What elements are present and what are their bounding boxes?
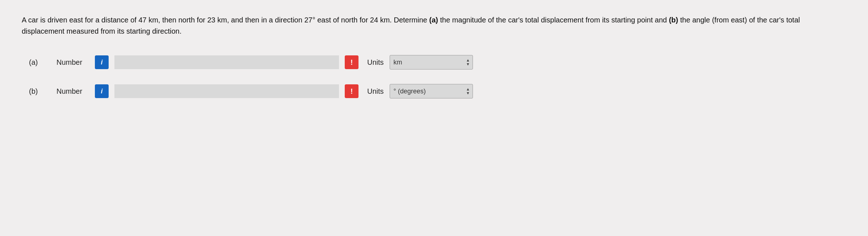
part-b-label: (b) — [29, 87, 51, 96]
part-a-label: (a) — [29, 58, 51, 67]
part-a-number-label: Number — [56, 58, 89, 67]
problem-bold-b: (b) — [669, 16, 678, 24]
part-a-units-label: Units — [367, 58, 384, 67]
part-b-number-input[interactable] — [114, 84, 339, 98]
problem-text-part2: the magnitude of the car's total displac… — [438, 16, 669, 24]
part-b-units-select[interactable]: ° (degrees) rad rev — [390, 84, 473, 98]
problem-statement: A car is driven east for a distance of 4… — [22, 14, 818, 37]
part-b-info-button[interactable]: i — [95, 84, 109, 98]
problem-bold-a: (a) — [429, 16, 438, 24]
part-b-units-wrapper: ° (degrees) rad rev ▲ ▼ — [390, 84, 473, 98]
part-a-number-input[interactable] — [114, 55, 339, 69]
parts-container: (a) Number i ! Units km m cm mm ▲ ▼ (b) … — [22, 55, 846, 98]
part-b-row: (b) Number i ! Units ° (degrees) rad rev… — [29, 84, 846, 98]
part-a-info-button[interactable]: i — [95, 55, 109, 69]
part-b-units-label: Units — [367, 87, 384, 96]
part-a-units-wrapper: km m cm mm ▲ ▼ — [390, 55, 473, 69]
part-b-alert-button[interactable]: ! — [345, 84, 358, 98]
part-a-units-select[interactable]: km m cm mm — [390, 55, 473, 69]
part-a-alert-button[interactable]: ! — [345, 55, 358, 69]
part-b-number-label: Number — [56, 87, 89, 96]
part-a-row: (a) Number i ! Units km m cm mm ▲ ▼ — [29, 55, 846, 69]
problem-text-part1: A car is driven east for a distance of 4… — [22, 16, 429, 24]
